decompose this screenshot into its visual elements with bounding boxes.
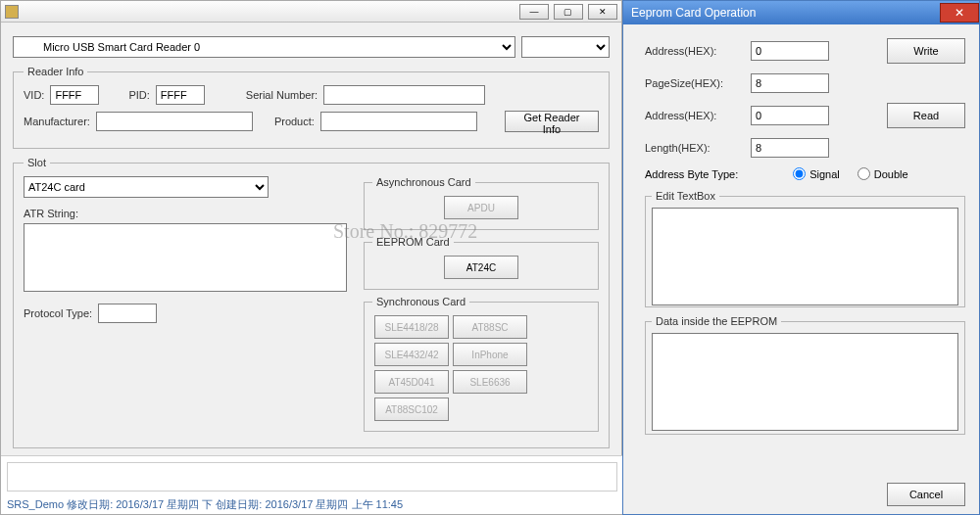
write-button[interactable]: Write (887, 38, 965, 64)
product-label: Product: (274, 116, 315, 127)
cancel-row: Cancel (887, 483, 965, 506)
apdu-button: APDU (444, 196, 518, 219)
secondary-select[interactable] (521, 36, 610, 58)
close-button[interactable]: ✕ (588, 4, 617, 20)
protocol-label: Protocol Type: (24, 307, 92, 319)
at88sc102-button: AT88SC102 (374, 398, 449, 421)
manufacturer-label: Manufacturer: (24, 116, 90, 127)
sync-card-group: Synchronous Card SLE4418/28 AT88SC SLE44… (364, 296, 599, 432)
reader-select[interactable]: Micro USB Smart Card Reader 0 (13, 36, 515, 58)
length-field[interactable] (751, 138, 829, 158)
sle6636-button: SLE6636 (453, 370, 527, 394)
at88sc-button: AT88SC (453, 315, 527, 339)
signal-label: Signal (809, 168, 840, 180)
window-controls: — ▢ ✕ (517, 4, 617, 20)
read-address-field[interactable] (751, 106, 829, 125)
get-reader-info-button[interactable]: Get Reader Info (505, 111, 599, 132)
slot-right-col: Asynchronous Card APDU EEPROM Card AT24C… (364, 176, 599, 438)
slot-group: Slot AT24C card ATR String: Protocol Typ… (13, 157, 610, 448)
edit-textbox[interactable] (652, 208, 958, 305)
serial-field[interactable] (323, 85, 485, 105)
data-eeprom-legend: Data inside the EEPROM (652, 315, 781, 327)
bottom-strip: SRS_Demo 修改日期: 2016/3/17 星期四 下 创建日期: 201… (1, 455, 623, 514)
product-field[interactable] (320, 112, 477, 131)
length-label: Length(HEX): (645, 142, 743, 154)
data-eeprom-box (652, 333, 958, 431)
data-eeprom-group: Data inside the EEPROM (645, 315, 965, 435)
edit-textbox-legend: Edit TextBox (652, 190, 719, 202)
sle4418-button: SLE4418/28 (374, 315, 449, 339)
write-address-label: Address(HEX): (645, 45, 743, 57)
manufacturer-field[interactable] (96, 112, 253, 131)
pid-label: PID: (128, 89, 149, 101)
main-titlebar: — ▢ ✕ (1, 1, 621, 23)
sle4432-button: SLE4432/42 (374, 343, 449, 366)
minimize-button[interactable]: — (519, 4, 549, 20)
async-card-group: Asynchronous Card APDU (364, 176, 599, 230)
address-byte-type-label: Address Byte Type: (645, 168, 738, 180)
pid-field[interactable] (156, 85, 205, 105)
pagesize-label: PageSize(HEX): (645, 77, 743, 89)
slot-select[interactable]: AT24C card (24, 176, 269, 198)
eeprom-dialog: Eeprom Card Operation ✕ Address(HEX): Wr… (622, 0, 980, 515)
eeprom-legend: EEPROM Card (372, 236, 454, 248)
sync-legend: Synchronous Card (372, 296, 469, 307)
serial-label: Serial Number: (246, 89, 318, 101)
slot-legend: Slot (24, 157, 50, 168)
reader-info-legend: Reader Info (24, 66, 87, 77)
footer-text: SRS_Demo 修改日期: 2016/3/17 星期四 下 创建日期: 201… (7, 497, 403, 512)
signal-radio[interactable] (793, 167, 806, 180)
read-button[interactable]: Read (887, 103, 965, 128)
double-label: Double (874, 168, 908, 180)
atr-string-field[interactable] (24, 223, 347, 292)
slot-left-col: AT24C card ATR String: Protocol Type: (24, 176, 356, 438)
eeprom-titlebar: Eeprom Card Operation ✕ (623, 1, 979, 24)
main-body: Micro USB Smart Card Reader 0 Reader Inf… (1, 23, 621, 478)
pagesize-field[interactable] (751, 73, 829, 93)
protocol-type-field (98, 304, 157, 323)
eeprom-card-group: EEPROM Card AT24C (364, 236, 599, 290)
double-radio[interactable] (858, 167, 870, 180)
read-address-label: Address(HEX): (645, 110, 743, 121)
inphone-button: InPhone (453, 343, 527, 366)
dialog-close-button[interactable]: ✕ (940, 3, 979, 23)
async-legend: Asynchronous Card (372, 176, 475, 188)
eeprom-body: Address(HEX): Write PageSize(HEX): Addre… (623, 24, 979, 448)
reader-row: Micro USB Smart Card Reader 0 (13, 36, 610, 58)
vid-field[interactable] (50, 85, 99, 105)
reader-info-group: Reader Info VID: PID: Serial Number: Man… (13, 66, 610, 149)
bottom-border (7, 462, 617, 492)
eeprom-title: Eeprom Card Operation (631, 6, 756, 20)
app-icon (5, 5, 19, 19)
at24c-button[interactable]: AT24C (444, 256, 518, 279)
maximize-button[interactable]: ▢ (554, 4, 583, 20)
edit-textbox-group: Edit TextBox (645, 190, 965, 307)
cancel-button[interactable]: Cancel (887, 483, 965, 506)
write-address-field[interactable] (751, 41, 829, 61)
main-window: — ▢ ✕ Micro USB Smart Card Reader 0 Read… (0, 0, 622, 515)
at45d041-button: AT45D041 (374, 370, 449, 394)
atr-label: ATR String: (24, 208, 78, 219)
vid-label: VID: (24, 89, 44, 101)
